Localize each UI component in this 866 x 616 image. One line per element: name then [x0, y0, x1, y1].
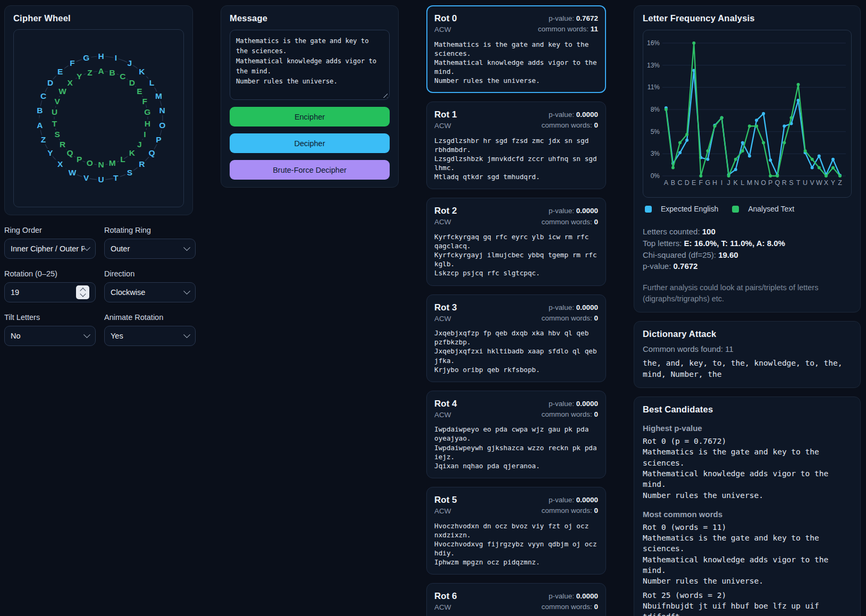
outer-ring-letter: G [83, 53, 89, 62]
legend-item-expected[interactable]: Expected English [645, 205, 718, 213]
inner-ring-letter: Y [77, 72, 82, 81]
encipher-button[interactable]: Encipher [230, 107, 390, 126]
svg-text:5%: 5% [651, 128, 660, 136]
inner-ring-letter: Z [87, 68, 93, 77]
rotation-label: Rotation (0–25) [4, 269, 96, 278]
rotation-card[interactable]: Rot 1 ACW p-value: 0.0000 common words: … [426, 102, 606, 189]
outer-ring-letter: N [159, 106, 165, 115]
inner-ring-letter: T [52, 119, 57, 128]
dictionary-attack-title: Dictionary Attack [643, 329, 852, 339]
ring-order-select[interactable]: Inner Cipher / Outer Plain [4, 239, 96, 259]
svg-text:M: M [747, 179, 752, 187]
rotation-card[interactable]: Rot 4 ACW p-value: 0.0000 common words: … [426, 391, 606, 478]
cipher-wheel-title: Cipher Wheel [13, 13, 184, 23]
inner-ring-letter: J [137, 140, 142, 149]
animate-rotation-select[interactable]: Yes [104, 326, 196, 346]
analysis-column: Letter Frequency Analysis 0%3%5%8%11%13%… [634, 5, 861, 616]
svg-text:3%: 3% [651, 150, 660, 157]
rotation-card[interactable]: Rot 6 ACW p-value: 0.0000 common words: … [426, 583, 606, 616]
svg-text:V: V [810, 179, 815, 187]
inner-ring-letter: Q [67, 148, 73, 157]
tilt-letters-select[interactable]: No [4, 326, 96, 346]
inner-ring-letter: C [120, 72, 125, 81]
svg-text:G: G [705, 179, 711, 187]
rotation-card-text: Hvoczhvodxn dn ocz bvoz viy fzt oj ocz n… [434, 521, 598, 567]
rotation-mode: ACW [434, 315, 457, 323]
svg-text:C: C [678, 179, 683, 187]
wheel-controls: Ring Order Inner Cipher / Outer Plain Ro… [4, 226, 193, 346]
rotating-ring-select[interactable]: Outer [104, 239, 196, 259]
inner-ring-letter: U [52, 107, 57, 116]
outer-ring-letter: T [113, 173, 119, 182]
rotation-card-title: Rot 0 [434, 13, 457, 24]
svg-text:K: K [734, 179, 738, 187]
message-textarea[interactable]: Mathematics is the gate and key to the s… [230, 30, 390, 100]
svg-text:I: I [721, 179, 722, 187]
svg-text:X: X [824, 179, 829, 187]
direction-field: Direction Clockwise [104, 269, 196, 302]
svg-text:11%: 11% [648, 83, 660, 91]
inner-ring-letter: G [144, 107, 150, 116]
outer-ring-letter: X [57, 159, 63, 168]
inner-ring-letter: B [109, 68, 115, 77]
best-candidates-sections: Highest p-valueRot 0 (p = 0.7672) Mathem… [643, 424, 852, 616]
cipher-wheel-box: HIJKLMNOPQRSTUVWXYZABCDEFGABCDEFGHIJKLMN… [13, 29, 184, 207]
outer-ring-letter: W [69, 168, 77, 177]
inner-ring-letter: E [137, 87, 142, 96]
outer-ring-letter: J [128, 58, 132, 67]
rotation-card[interactable]: Rot 2 ACW p-value: 0.0000 common words: … [426, 198, 606, 285]
outer-ring-letter: I [115, 53, 117, 62]
inner-ring-letter: M [109, 158, 116, 167]
decipher-button[interactable]: Decipher [230, 133, 390, 153]
chevron-down-icon [183, 288, 190, 294]
svg-text:R: R [782, 179, 787, 187]
direction-select[interactable]: Clockwise [104, 282, 196, 302]
outer-ring-letter: Z [41, 135, 46, 144]
legend-item-analysed[interactable]: Analysed Text [732, 205, 794, 213]
svg-text:8%: 8% [651, 106, 660, 113]
outer-ring-letter: K [139, 67, 145, 76]
message-column: Message Mathematics is the gate and key … [221, 5, 399, 188]
svg-text:13%: 13% [647, 62, 660, 69]
rotation-card-text: Iwpdaiwpeyo eo pda cwpa wjz gau pk pda o… [434, 425, 598, 470]
outer-ring-letter: L [149, 78, 154, 87]
svg-text:B: B [671, 179, 675, 187]
rotation-mode: ACW [434, 218, 457, 226]
svg-text:16%: 16% [647, 39, 660, 47]
outer-ring-letter: U [98, 175, 104, 184]
rotation-card[interactable]: Rot 5 ACW p-value: 0.0000 common words: … [426, 487, 606, 575]
rotating-ring-label: Rotating Ring [104, 226, 196, 234]
best-candidates-subheading: Most common words [643, 510, 852, 519]
outer-ring-letter: M [155, 91, 162, 100]
inner-ring-letter: R [60, 140, 65, 149]
direction-label: Direction [104, 269, 196, 278]
rotation-card-title: Rot 3 [434, 302, 457, 313]
rotation-card-text: Jxqebjxqfzp fp qeb dxqb xka hbv ql qeb p… [434, 328, 598, 374]
number-spinner[interactable] [76, 285, 89, 299]
tilt-letters-field: Tilt Letters No [4, 313, 96, 346]
letter-frequency-panel: Letter Frequency Analysis 0%3%5%8%11%13%… [634, 5, 861, 313]
svg-text:U: U [803, 179, 808, 187]
cipher-wheel-graphic: HIJKLMNOPQRSTUVWXYZABCDEFGABCDEFGHIJKLMN… [14, 30, 184, 206]
svg-text:D: D [685, 179, 690, 187]
inner-ring-letter: H [145, 119, 150, 128]
rotation-mode: ACW [434, 26, 457, 33]
svg-text:Z: Z [838, 179, 842, 187]
svg-text:J: J [727, 179, 730, 187]
rotation-card[interactable]: Rot 0 ACW p-value: 0.7672 common words: … [426, 5, 606, 93]
svg-text:A: A [664, 179, 669, 187]
rotation-card[interactable]: Rot 3 ACW p-value: 0.0000 common words: … [426, 294, 606, 382]
best-candidate-block: Rot 0 (p = 0.7672) Mathematics is the ga… [643, 436, 852, 501]
inner-ring-letter: W [58, 87, 66, 96]
svg-text:F: F [699, 179, 703, 187]
brute-force-decipher-button[interactable]: Brute-Force Decipher [230, 160, 390, 180]
svg-text:N: N [754, 179, 759, 187]
rotation-card-title: Rot 4 [434, 399, 457, 409]
analysed-text-swatch [732, 206, 739, 213]
rotation-mode: ACW [434, 603, 457, 611]
chevron-down-icon [83, 244, 90, 251]
inner-ring-letter: L [120, 155, 125, 164]
cipher-wheel-panel: Cipher Wheel HIJKLMNOPQRSTUVWXYZABCDEFGA… [4, 5, 193, 215]
rotation-number-input[interactable]: 19 [4, 282, 96, 302]
svg-text:0%: 0% [651, 172, 660, 180]
